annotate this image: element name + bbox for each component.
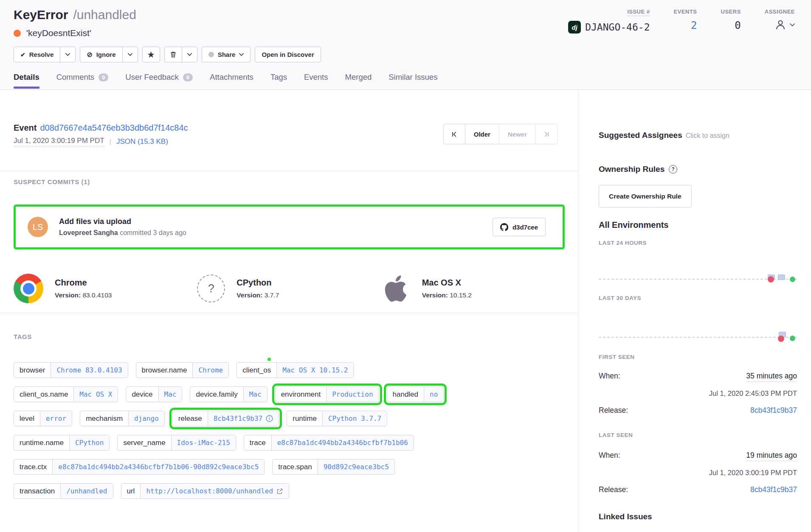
resolve-label: Resolve [29,51,54,58]
tag-row: runtime.nameCPython server_nameIdos-iMac… [14,435,565,451]
tag-value-link[interactable]: /unhandled [61,484,113,498]
assignee-label: ASSIGNEE [765,8,795,15]
trash-icon [170,51,177,58]
assignee-person-icon [774,18,787,31]
tag-value-link[interactable]: error [40,411,72,426]
delete-button[interactable] [164,47,182,62]
first-seen-release-link[interactable]: 8cb43f1c9b37 [750,406,797,415]
event-pagination: Older Newer [443,124,558,144]
tab-details[interactable]: Details [14,73,39,88]
django-project-icon: dj [568,21,581,34]
annotation-dot [268,358,271,361]
github-icon [500,223,508,231]
commit-sha-button[interactable]: d3d7cee [493,218,546,236]
tag-key: url [121,484,141,498]
tag-value-link[interactable]: e8c87ba1dc494bb2a4346bcfbf7b1b06 [272,435,414,450]
help-icon[interactable]: ? [669,165,677,174]
tag-value-link[interactable]: Chrome 83.0.4103 [51,363,127,378]
events-count[interactable]: 2 [691,20,697,31]
tab-attachments[interactable]: Attachments [210,73,253,88]
ignore-button[interactable]: ⊘ Ignore [80,47,122,62]
event-id-link[interactable]: d08d7667e4a5476eb3b3db6d7f14c84c [40,123,188,132]
newest-event-button[interactable] [535,124,558,144]
tag-key: level [14,411,40,426]
tab-tags[interactable]: Tags [270,73,287,88]
tag-value-link[interactable]: http://localhost:8000/unhandled [141,484,289,498]
suggested-assignees-hint: Click to assign [686,132,729,139]
resolve-dropdown-button[interactable] [60,47,76,62]
tab-similar-issues[interactable]: Similar Issues [389,73,437,88]
resolve-button[interactable]: ✔ Resolve [14,47,60,62]
tag-row: levelerror mechanismdjango release8cb43f… [14,411,565,426]
tag-value-link[interactable]: no [424,387,443,402]
ignore-dropdown-button[interactable] [122,47,138,62]
tag-key: device.family [190,387,243,402]
star-icon: ★ [148,51,155,59]
tab-merged[interactable]: Merged [345,73,372,88]
right-sidebar: Suggested AssigneesClick to assign Owner… [578,90,811,532]
assignee-dropdown[interactable] [774,18,795,31]
tab-label: User Feedback [125,73,178,82]
tag-rows: browserChrome 83.0.4103 browser.nameChro… [14,362,565,499]
tag-value-link[interactable]: e8c87ba1dc494bb2a4346bcfbf7b1b06-90d892c… [53,459,264,474]
tag-value-link[interactable]: Chrome [193,363,228,378]
last-seen-release-link[interactable]: 8cb43f1c9b37 [750,485,797,494]
chevron-down-icon [65,53,70,56]
tag-value-link[interactable]: Mac [159,387,182,402]
chevron-down-icon [239,53,244,56]
tag-value-link[interactable]: django [129,411,164,426]
tab-events[interactable]: Events [304,73,328,88]
open-in-discover-label: Open in Discover [262,51,314,58]
release-label: Release: [599,485,628,494]
tag-value-link[interactable]: Mac [244,387,267,402]
tab-user-feedback[interactable]: User Feedback0 [125,73,193,88]
when-label: When: [599,372,620,381]
issue-stats: ISSUE # dj DJANGO-46-2 EVENTS 2 USERS 0 … [568,7,795,34]
users-count: 0 [735,20,741,31]
tag-device-family: device.familyMac [190,386,267,402]
context-version: Version: 10.15.2 [422,291,472,299]
tag-value-link[interactable]: 8cb43f1c9b37 [208,411,279,426]
context-text: Chrome Version: 83.0.4103 [55,278,112,299]
commit-title: Add files via upload [59,217,493,226]
ownership-rules: Ownership Rules ? [599,165,797,174]
last-seen-marker [790,336,795,341]
tag-value-link[interactable]: Mac OS X [74,387,118,402]
version-label: Version: [55,291,81,299]
issue-number-value[interactable]: dj DJANGO-46-2 [568,21,650,34]
issue-message-row: 'keyDoesntExist' [14,28,136,38]
chevron-down-icon [128,53,132,56]
tag-key: environment [276,387,327,402]
tab-label: Merged [345,73,372,82]
first-seen-marker [768,276,774,283]
event-json-link[interactable]: JSON (15.3 KB) [116,137,168,146]
oldest-event-button[interactable] [443,124,465,144]
tag-value-link[interactable]: 90d892c9eace3bc5 [318,459,394,474]
tag-value-link[interactable]: Production [327,387,378,402]
share-button[interactable]: Share [202,47,251,62]
external-link-icon[interactable] [276,488,283,495]
linked-issues-title: Linked Issues [599,512,797,521]
tags-section: TAGS browserChrome 83.0.4103 browser.nam… [0,313,578,499]
bookmark-star-button[interactable]: ★ [142,47,160,62]
event-info: Eventd08d7667e4a5476eb3b3db6d7f14c84c Ju… [14,123,188,146]
delete-dropdown-button[interactable] [182,47,197,62]
tag-value-link[interactable]: CPython 3.7.7 [323,411,387,426]
newer-event-button[interactable]: Newer [499,124,536,144]
tag-value-link[interactable]: Mac OS X 10.15.2 [277,363,353,378]
tag-key: browser [14,363,51,378]
tab-comments[interactable]: Comments0 [56,73,109,88]
last-seen-when-row: When: 19 minutes ago [599,451,797,461]
older-event-button[interactable]: Older [465,124,499,144]
resolve-button-group: ✔ Resolve [14,47,76,62]
tag-value-link[interactable]: Idos-iMac-215 [172,435,236,450]
info-icon[interactable] [266,415,273,422]
create-ownership-rule-button[interactable]: Create Ownership Rule [599,185,692,207]
circle-slash-icon: ⊘ [87,51,92,58]
open-in-discover-button[interactable]: Open in Discover [255,47,321,62]
tag-row: client_os.nameMac OS X deviceMac device.… [14,386,565,402]
tag-row: browserChrome 83.0.4103 browser.nameChro… [14,362,565,378]
apple-icon [381,274,411,303]
tag-value-link[interactable]: CPython [70,435,109,450]
sparkline-bar [778,274,785,280]
